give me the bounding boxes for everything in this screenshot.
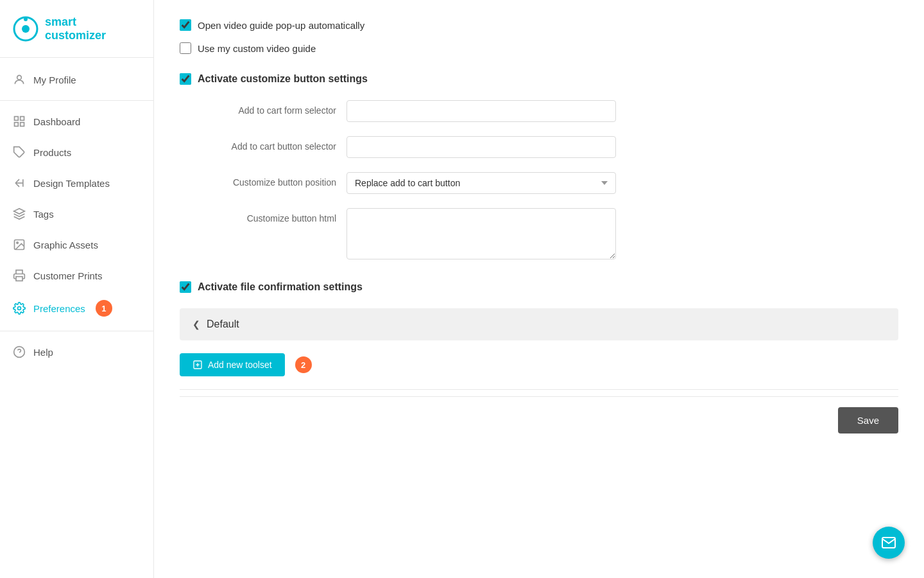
sidebar-nav: My Profile Dashboard Products Design Tem… [0, 58, 153, 578]
svg-point-3 [17, 75, 22, 80]
svg-line-10 [15, 179, 19, 183]
logo-icon [13, 16, 38, 42]
sidebar-item-products-label: Products [33, 147, 71, 158]
svg-line-11 [15, 183, 19, 187]
divider-2 [0, 331, 153, 331]
add-to-cart-button-label: Add to cart button selector [205, 136, 346, 152]
svg-rect-5 [21, 117, 24, 121]
add-to-cart-button-control [346, 136, 616, 158]
sidebar-item-tags[interactable]: Tags [0, 198, 153, 229]
help-icon [13, 346, 26, 358]
default-collapsible-header[interactable]: ❮ Default [180, 308, 898, 340]
chevron-down-icon: ❮ [193, 319, 200, 329]
add-to-cart-form-row: Add to cart form selector [180, 100, 898, 122]
svg-rect-4 [15, 117, 19, 121]
sidebar-item-my-profile-label: My Profile [33, 74, 76, 85]
svg-rect-15 [16, 277, 22, 281]
sidebar-item-help[interactable]: Help [0, 337, 153, 367]
customer-prints-icon [13, 269, 26, 282]
toolset-badge: 2 [295, 356, 312, 373]
activate-customize-checkbox[interactable] [180, 73, 191, 85]
activate-file-confirmation-checkbox[interactable] [180, 281, 191, 293]
save-button[interactable]: Save [838, 407, 898, 434]
design-templates-icon [13, 177, 26, 189]
custom-video-row: Use my custom video guide [180, 42, 898, 54]
svg-point-14 [17, 242, 18, 244]
custom-video-label[interactable]: Use my custom video guide [198, 43, 316, 54]
sidebar-item-my-profile[interactable]: My Profile [0, 64, 153, 95]
plus-square-icon [193, 360, 203, 370]
customize-button-html-control [346, 208, 616, 262]
custom-video-checkbox[interactable] [180, 42, 191, 54]
preferences-icon [13, 302, 26, 315]
bottom-actions: Add new toolset 2 [180, 353, 898, 376]
customize-button-position-label: Customize button position [205, 172, 346, 188]
sidebar-item-customer-prints[interactable]: Customer Prints [0, 260, 153, 291]
add-to-cart-button-row: Add to cart button selector [180, 136, 898, 158]
sidebar-item-dashboard[interactable]: Dashboard [0, 106, 153, 137]
svg-point-2 [24, 17, 28, 21]
customize-button-html-label: Customize button html [205, 208, 346, 223]
sidebar-item-customer-prints-label: Customer Prints [33, 270, 103, 281]
svg-point-1 [22, 25, 30, 33]
sidebar-item-tags-label: Tags [33, 209, 54, 220]
bottom-divider [180, 389, 898, 390]
video-guide-auto-checkbox[interactable] [180, 19, 191, 31]
activate-file-confirmation-header: Activate file confirmation settings [180, 281, 898, 293]
sidebar-item-preferences-label: Preferences [33, 303, 85, 314]
sidebar-item-design-templates[interactable]: Design Templates [0, 168, 153, 198]
logo-text: smart customizer [45, 15, 141, 42]
dashboard-icon [13, 115, 26, 128]
customize-button-position-select[interactable]: Replace add to cart button Before add to… [346, 172, 616, 194]
sidebar-item-help-label: Help [33, 347, 53, 358]
add-toolset-button[interactable]: Add new toolset [180, 353, 285, 376]
logo: smart customizer [0, 0, 153, 58]
customize-button-html-row: Customize button html [180, 208, 898, 262]
activate-file-confirmation-section: Activate file confirmation settings [180, 281, 898, 293]
sidebar-item-design-templates-label: Design Templates [33, 178, 110, 189]
customize-button-position-control: Replace add to cart button Before add to… [346, 172, 616, 194]
video-guide-auto-label[interactable]: Open video guide pop-up automatically [198, 20, 364, 31]
video-guide-section: Open video guide pop-up automatically Us… [180, 19, 898, 54]
graphic-assets-icon [13, 238, 26, 251]
preferences-badge: 1 [96, 300, 112, 317]
tags-icon [13, 207, 26, 220]
sidebar-item-products[interactable]: Products [0, 137, 153, 168]
add-to-cart-form-label: Add to cart form selector [205, 100, 346, 116]
svg-rect-6 [15, 123, 19, 127]
svg-rect-7 [21, 123, 24, 127]
user-icon [13, 73, 26, 86]
sidebar-item-preferences[interactable]: Preferences 1 [0, 291, 153, 326]
chat-button[interactable] [873, 527, 905, 559]
activate-file-confirmation-label[interactable]: Activate file confirmation settings [198, 281, 363, 293]
default-collapsible-section: ❮ Default [180, 308, 898, 340]
add-to-cart-button-input[interactable] [346, 136, 616, 158]
add-to-cart-form-control [346, 100, 616, 122]
add-to-cart-form-input[interactable] [346, 100, 616, 122]
activate-customize-section: Activate customize button settings Add t… [180, 73, 898, 262]
sidebar-item-dashboard-label: Dashboard [33, 116, 80, 127]
activate-customize-label[interactable]: Activate customize button settings [198, 73, 368, 85]
mail-icon [881, 535, 896, 550]
save-bar: Save [180, 396, 898, 444]
customize-button-html-textarea[interactable] [346, 208, 616, 259]
sidebar-item-graphic-assets-label: Graphic Assets [33, 240, 98, 250]
activate-customize-header: Activate customize button settings [180, 73, 898, 85]
products-icon [13, 146, 26, 159]
add-toolset-label: Add new toolset [208, 360, 272, 370]
customize-button-position-row: Customize button position Replace add to… [180, 172, 898, 194]
collapsible-label: Default [207, 319, 239, 330]
sidebar-item-graphic-assets[interactable]: Graphic Assets [0, 229, 153, 260]
video-guide-auto-row: Open video guide pop-up automatically [180, 19, 898, 31]
sidebar: smart customizer My Profile Dashboard Pr… [0, 0, 154, 578]
divider-1 [0, 100, 153, 101]
svg-point-16 [18, 307, 21, 310]
main-content: Open video guide pop-up automatically Us… [154, 0, 924, 578]
